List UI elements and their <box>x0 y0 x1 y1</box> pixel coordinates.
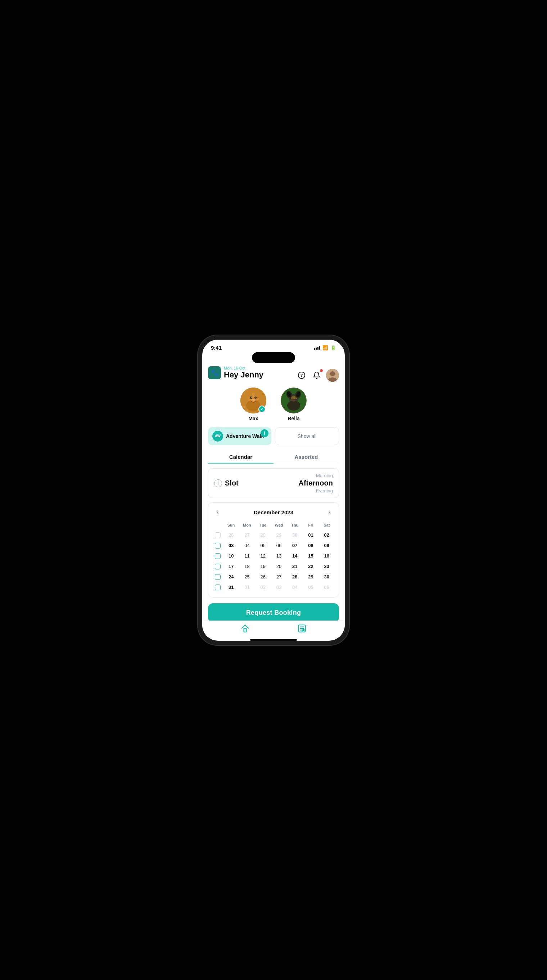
checkbox-w1[interactable] <box>215 532 220 538</box>
slot-label: Slot <box>225 479 239 487</box>
calendar-next-button[interactable]: › <box>324 507 334 517</box>
cal-day-10[interactable]: 10 <box>224 551 239 561</box>
cal-day-07[interactable]: 07 <box>287 541 302 550</box>
calendar-week-3: 10 11 12 13 14 15 16 <box>213 551 334 561</box>
status-bar: 9:41 📶 🔋 <box>202 340 345 352</box>
calendar-week-4: 17 18 19 20 21 22 23 <box>213 562 334 571</box>
cal-day-23[interactable]: 23 <box>319 562 334 571</box>
user-avatar[interactable] <box>326 369 339 382</box>
cal-day-18[interactable]: 18 <box>239 562 254 571</box>
cal-day-14[interactable]: 14 <box>287 551 302 561</box>
calendar-grid: Sun Mon Tue Wed Thu Fri Sat 26 <box>213 522 334 592</box>
service-info-button[interactable]: i <box>260 429 268 437</box>
pet-item-bella[interactable]: Bella <box>281 388 307 422</box>
cal-day-30[interactable]: 30 <box>319 572 334 582</box>
cal-day-22[interactable]: 22 <box>303 562 318 571</box>
cal-day-26[interactable]: 26 <box>255 572 271 582</box>
calendar-prev-button[interactable]: ‹ <box>213 507 223 517</box>
request-booking-button[interactable]: Request Booking <box>208 603 339 620</box>
svg-point-25 <box>292 399 295 402</box>
pet-name-bella: Bella <box>287 416 300 422</box>
cal-day-04[interactable]: 04 <box>239 541 254 550</box>
cal-day-04-next: 04 <box>287 582 302 592</box>
cal-day-19[interactable]: 19 <box>255 562 271 571</box>
greeting-text: Hey Jenny <box>224 370 263 380</box>
svg-point-12 <box>251 399 255 402</box>
svg-point-13 <box>251 397 252 398</box>
app-content: 🐾 Mon, 16 Oct Hey Jenny ? <box>202 366 345 620</box>
calendar-week-2: 03 04 05 06 07 08 09 <box>213 541 334 550</box>
tab-assorted[interactable]: Assorted <box>274 450 339 463</box>
battery-icon: 🔋 <box>330 345 336 350</box>
show-all-label: Show all <box>298 433 317 439</box>
cal-day-02[interactable]: 02 <box>319 530 334 540</box>
cal-day-01[interactable]: 01 <box>303 530 318 540</box>
slot-afternoon[interactable]: Afternoon <box>298 479 333 487</box>
pet-check-max: ✓ <box>258 406 266 413</box>
cal-day-15[interactable]: 15 <box>303 551 318 561</box>
cal-day-06[interactable]: 06 <box>271 541 287 550</box>
cal-day-20[interactable]: 20 <box>271 562 287 571</box>
cal-day-03[interactable]: 03 <box>224 541 239 550</box>
slot-morning[interactable]: Morning <box>316 473 333 478</box>
week-2-checkbox[interactable] <box>213 543 223 549</box>
cal-day-31[interactable]: 31 <box>224 582 239 592</box>
checkbox-w6[interactable] <box>215 585 220 590</box>
cal-day-16[interactable]: 16 <box>319 551 334 561</box>
cal-day-03-next: 03 <box>271 582 287 592</box>
cal-day-27[interactable]: 27 <box>271 572 287 582</box>
notification-button[interactable] <box>311 369 322 381</box>
cal-day-01-next: 01 <box>239 582 254 592</box>
svg-line-35 <box>302 630 303 632</box>
calendar-header: ‹ December 2023 › <box>213 507 334 517</box>
header-left: 🐾 Mon, 16 Oct Hey Jenny <box>208 366 263 380</box>
checkbox-w5[interactable] <box>215 574 220 580</box>
svg-point-11 <box>254 396 257 399</box>
checkbox-w4[interactable] <box>215 564 220 570</box>
cal-day-08[interactable]: 08 <box>303 541 318 550</box>
service-row: AW Adventure Walk i Show all <box>208 427 339 445</box>
app-logo[interactable]: 🐾 <box>208 366 221 379</box>
cal-day-28[interactable]: 28 <box>287 572 302 582</box>
status-time: 9:41 <box>211 345 222 351</box>
checkbox-w3[interactable] <box>215 553 220 559</box>
cal-day-12[interactable]: 12 <box>255 551 271 561</box>
cal-day-05[interactable]: 05 <box>255 541 271 550</box>
wifi-icon: 📶 <box>322 345 328 350</box>
cal-day-25[interactable]: 25 <box>239 572 254 582</box>
cal-day-09[interactable]: 09 <box>319 541 334 550</box>
nav-list[interactable] <box>297 624 307 633</box>
cal-day-29[interactable]: 29 <box>303 572 318 582</box>
day-name-mon: Mon <box>239 522 254 529</box>
cal-day-11[interactable]: 11 <box>239 551 254 561</box>
week-1-checkbox[interactable] <box>213 532 223 538</box>
day-name-sat: Sat <box>319 522 334 529</box>
slot-selector[interactable]: i Slot Morning Afternoon Evening <box>208 468 339 498</box>
header-date: Mon, 16 Oct <box>224 366 263 370</box>
help-button[interactable]: ? <box>296 369 307 381</box>
cal-day-17[interactable]: 17 <box>224 562 239 571</box>
checkbox-w2[interactable] <box>215 543 220 549</box>
cal-day-24[interactable]: 24 <box>224 572 239 582</box>
slot-evening[interactable]: Evening <box>316 488 333 493</box>
cal-day-13[interactable]: 13 <box>271 551 287 561</box>
slot-options: Morning Afternoon Evening <box>298 473 333 493</box>
tab-calendar[interactable]: Calendar <box>208 450 274 463</box>
week-6-checkbox[interactable] <box>213 585 223 590</box>
cal-day-28-prev: 28 <box>255 530 271 540</box>
week-3-checkbox[interactable] <box>213 553 223 559</box>
week-5-checkbox[interactable] <box>213 574 223 580</box>
show-all-button[interactable]: Show all <box>275 427 339 445</box>
tabs-row: Calendar Assorted <box>208 450 339 463</box>
slot-info-icon[interactable]: i <box>214 479 222 487</box>
notification-badge <box>320 369 323 372</box>
calendar: ‹ December 2023 › Sun Mon Tue Wed Thu Fr… <box>208 503 339 598</box>
week-4-checkbox[interactable] <box>213 564 223 570</box>
cal-day-21[interactable]: 21 <box>287 562 302 571</box>
pet-item-max[interactable]: ✓ Max <box>240 388 266 422</box>
adventure-walk-selector[interactable]: AW Adventure Walk i <box>208 427 271 445</box>
nav-home[interactable] <box>240 624 250 633</box>
calendar-week-5: 24 25 26 27 28 29 30 <box>213 572 334 582</box>
day-name-tue: Tue <box>255 522 271 529</box>
pet-avatar-bella <box>281 388 307 414</box>
